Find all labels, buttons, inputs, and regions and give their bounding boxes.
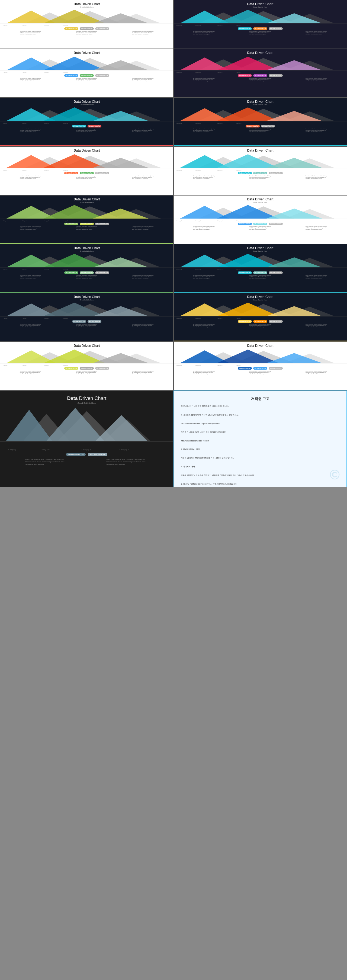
legend-row: We Learn From TheWe Learn From TheWir Le… [174, 222, 347, 226]
legend-pill: We Learn From The [66, 453, 86, 456]
title-bold: Data [247, 246, 254, 250]
slide: Data Driven Chart Great Subtitle Here Ca… [174, 244, 347, 293]
title-bold: Data [247, 100, 254, 103]
legend-row: We Learn From TheWe Learn From TheWe Lea… [0, 271, 173, 274]
copyright-line: 1. 글씨체(폰트)에 대해: [181, 448, 340, 451]
copyright-line: http://www.FreeTemplateFreecom [181, 439, 340, 442]
legend-pill: We Learn From The [88, 125, 102, 127]
slide-row: Data Driven Chart Great Subtitle Here Ca… [0, 195, 347, 244]
chart-area: Category 1 Category 2 Category 3 Categor… [174, 106, 347, 124]
text-row: Lorem ipsum dolor sit amet, consectetur … [174, 77, 347, 83]
text-block: Lorem ipsum dolor sit amet, consectetur … [250, 226, 271, 230]
text-row: Lorem ipsum dolor sit amet, consectetur … [0, 30, 173, 35]
slide: Data Driven Chart Category 1 Category 2 … [0, 49, 174, 98]
chart-area: Category 1 Category 2 Category 3 Categor… [0, 406, 173, 452]
text-block: Lorem ipsum dolor sit amet, consectetur … [76, 78, 97, 82]
text-block: Lorem ipsum dolor sit amet, consectetur … [306, 175, 327, 180]
slide: Data Driven Chart Category 1 Category 2 … [174, 146, 347, 195]
text-block: Lorem ipsum dolor sit amet, consectetur … [20, 78, 41, 82]
text-block: Lorem ipsum dolor sit amet, consectetur … [306, 275, 327, 279]
chart-area: Category 1 Category 2 Category 3 Categor… [0, 8, 173, 27]
slide-title: Data Driven Chart Great Subtitle Here [0, 293, 173, 301]
text-block: Lorem ipsum dolor sit amet, consectetur … [132, 78, 154, 82]
slide: Data Driven Chart Great Subtitle Here Ca… [0, 293, 174, 342]
title-bold: Data [74, 149, 81, 153]
page-container: Data Driven Chart Great Subtitle Here Ca… [0, 0, 347, 487]
legend-row: We Learn From TheWe Learn From TheWir Le… [0, 171, 173, 175]
legend-pill: We Learn From The [64, 367, 78, 370]
slide: Data Driven Chart Great Subtitle Here Ca… [0, 244, 174, 293]
slide-title: Data Driven Chart Great Subtitle Here [0, 196, 173, 203]
slide: Data Driven Chart Category 1 Category 2 … [174, 49, 347, 98]
chart-area: Category 1 Category 2 Category 3 Categor… [0, 153, 173, 171]
chart-area: Category 1 Category 2 Category 3 Categor… [0, 253, 173, 271]
legend-row: We Learn From TheWe Learn From TheWir Le… [174, 171, 347, 175]
slide-title: Data Driven Chart Great Subtitle Here [174, 98, 347, 105]
legend-row: We Learn From TheWe Learn From The [0, 320, 173, 323]
title-normal: Driven Chart [254, 51, 274, 55]
text-row: Lorem ipsum dolor sit amet, consectetur … [174, 274, 347, 280]
slide-row: Data Driven Chart Great Subtitle Here Ca… [0, 98, 347, 146]
text-block: Lorem ipsum dolor sit amet, consectetur … [306, 226, 327, 230]
legend-pill: We Learn From The [64, 172, 78, 174]
legend-pill: We Learn From The [253, 27, 267, 30]
legend-pill: Wir Learn From The [269, 223, 283, 225]
legend-row: We Learn From TheWe Learn From TheWir Le… [174, 367, 347, 370]
text-block: Lorem ipsum dolor sit amet, consectetur … [193, 324, 215, 328]
slide-subtitle: Great Subtitle Here [0, 202, 173, 203]
legend-pill: We Learn From The [64, 74, 78, 77]
text-block: Lorem ipsum dolor sit amet, consectetur … [20, 129, 41, 133]
legend-pill: We Learn From The [253, 223, 267, 225]
slide-subtitle: Great Subtitle Here [174, 250, 347, 252]
legend-pill: We Learn From The [269, 74, 283, 77]
slide-row: Data Driven Chart Great Subtitle Here Ca… [0, 293, 347, 342]
text-block: Lorem ipsum dolor sit amet, consectetur … [250, 324, 271, 328]
legend-pill: We Learn From The [269, 320, 283, 323]
copyright-line: 사용된 이미지 및 아이콘은 정당하게 사용권한 있거나 퍼블릭 도메인에서 가… [181, 474, 340, 477]
title-bold: Data [74, 246, 81, 250]
title-normal: Driven Chart [81, 2, 100, 6]
chart-area: Category 1 Category 2 Category 3 Categor… [0, 204, 173, 222]
text-block: Lorem ipsum dolor sit amet, consectetur … [306, 129, 327, 133]
legend-pill: We Learn From The [238, 223, 252, 225]
text-block: Lorem ipsum dolor sit amet, consectetur … [193, 371, 215, 375]
slide: Data Driven Chart Great Subtitle Here Ca… [0, 195, 174, 244]
slide-title: Data Driven Chart Great Subtitle Here [174, 196, 347, 203]
legend-pill: We Learn From The [269, 27, 283, 30]
text-row: Lorem ipsum dolor sit amet, consectetur … [174, 175, 347, 180]
slide-title: Data Driven Chart [174, 49, 347, 55]
legend-pill: We Learn From The [253, 367, 267, 370]
text-block: Lorem ipsum dolor sit amet, consectetur … [132, 31, 154, 35]
text-block: Lorem ipsum dolor sit amet, consectetur … [193, 226, 215, 230]
text-block: Lorem ipsum dolor sit amet, consectetur … [20, 31, 41, 35]
legend-pill: We Learn From The [95, 223, 109, 225]
legend-pill: We Learn From The [95, 271, 109, 274]
legend-row: We Learn From TheWe Learn From TheWir Le… [0, 27, 173, 30]
text-row: Lorem ipsum dolor sit amet, consectetur … [174, 30, 347, 35]
title-normal: Driven Chart [254, 295, 274, 299]
legend-pill: We Learn From The [253, 320, 267, 323]
copyright-line: 개인적인 내용을 알고 싶다면 아래 링크를 방문하세요. [181, 431, 340, 434]
text-block: Lorem ipsum dolor sit amet, consectetur … [76, 129, 97, 133]
text-row: Lorem ipsum dolor sit amet, consectetur … [0, 457, 173, 467]
text-block: Lorem ipsum dolor sit amet, consectetur … [76, 371, 97, 375]
slide: Data Driven Chart Great Subtitle Here Ca… [174, 293, 347, 342]
legend-pill: We Learn From The [238, 271, 252, 274]
legend-pill: We Learn From The [238, 27, 252, 30]
slide-title: Data Driven Chart Great Subtitle Here [0, 244, 173, 252]
title-normal: Driven Chart [254, 149, 274, 153]
legend-pill: Wir Learn From The [95, 74, 109, 77]
title-normal: Driven Chart [81, 344, 100, 348]
slide-title: Data Driven Chart Great Subtitle Here [174, 0, 347, 8]
legend-pill: We Learn From The [80, 27, 94, 30]
text-block: Lorem ipsum dolor sit amet, consectetur … [250, 31, 271, 35]
slide-title: Data Driven Chart [174, 147, 347, 153]
title-normal: Driven Chart [81, 149, 100, 153]
slide-title: Data Driven Chart [0, 147, 173, 153]
legend-pill: We Learn From The [80, 172, 94, 174]
svg-marker-117 [96, 415, 147, 441]
title-normal: Driven Chart [254, 100, 274, 103]
copyright-line: 1. 이 파일 FlatTemplateFreecom 에서 무료 다운로드 받… [181, 482, 340, 486]
chart-area: Category 1 Category 2 Category 3 Categor… [0, 106, 173, 124]
title-normal: Driven Chart [254, 2, 274, 6]
